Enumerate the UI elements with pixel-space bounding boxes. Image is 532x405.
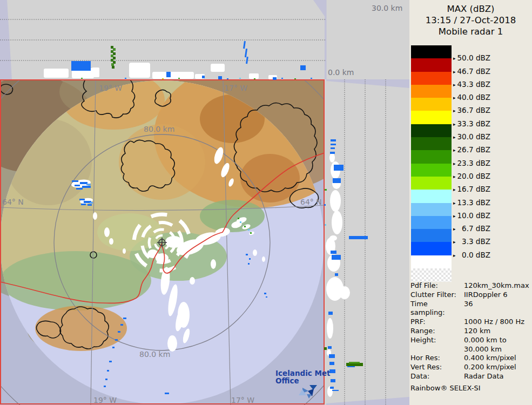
legend-swatch <box>411 58 452 71</box>
green-echo-column <box>111 46 116 69</box>
info-value: 120km_30km.max <box>464 281 529 291</box>
info-value: 36 <box>464 300 473 318</box>
right-height-panel[interactable] <box>324 79 409 405</box>
tick-arrow-icon: ▸ <box>453 239 457 245</box>
cone-edge-bottom <box>326 397 409 405</box>
legend-row: ▸30.0 dBZ <box>411 124 452 137</box>
legend-swatch <box>411 242 452 255</box>
legend-label: 36.7 dBZ <box>457 106 490 114</box>
legend-label: 46.7 dBZ <box>457 67 490 76</box>
legend-label: 50.0 dBZ <box>457 53 490 62</box>
tick-arrow-icon: ▸ <box>453 147 457 153</box>
info-row: Clutter Filter: IIRDoppler 6 <box>410 291 531 300</box>
info-label: Time sampling: <box>410 300 464 318</box>
info-label: PRF: <box>410 318 464 327</box>
legend-swatch <box>411 229 452 242</box>
tick-arrow-icon: ▸ <box>453 253 457 258</box>
legend-swatch <box>411 45 452 58</box>
legend-swatch <box>411 216 452 229</box>
legend-label: 20.0 dBZ <box>457 172 490 180</box>
legend-row: ▸ 6.7 dBZ <box>411 216 452 229</box>
tick-arrow-icon: ▸ <box>453 69 457 75</box>
info-label: Pdf File: <box>410 281 464 291</box>
info-label: Vert Res: <box>410 363 464 372</box>
info-label: Height: <box>410 336 464 354</box>
info-row: Range: 120 km <box>410 327 531 336</box>
cone-edge-top <box>326 79 409 88</box>
lat-label-64n-right: 64° N <box>300 198 322 206</box>
logo-text-line1: Icelandic Met <box>275 369 331 377</box>
legend-swatch <box>411 98 452 111</box>
height-axis-origin-label: 0.0 km <box>328 68 354 77</box>
legend-label: 40.0 dBZ <box>457 93 490 102</box>
main-map-panel[interactable] <box>0 26 378 405</box>
dbz-color-scale: ▸50.0 dBZ ▸46.7 dBZ ▸43.3 dBZ ▸40.0 dBZ … <box>411 45 452 282</box>
info-row: Pdf File: 120km_30km.max <box>410 281 531 291</box>
tick-arrow-icon: ▸ <box>453 213 457 219</box>
legend-row: ▸46.7 dBZ <box>411 58 452 71</box>
legend-label: 0.0 dBZ <box>457 251 490 259</box>
info-label: Data: <box>410 372 464 381</box>
legend-row: ▸16.7 dBZ <box>411 177 452 190</box>
top-height-panel[interactable] <box>0 0 327 80</box>
legend-label: 26.7 dBZ <box>457 145 490 154</box>
info-row: Hor Res: 0.400 km/pixel <box>410 354 531 363</box>
legend-label: 13.3 dBZ <box>457 198 490 207</box>
product-datetime: 13:15 / 27-Oct-2018 <box>409 15 532 26</box>
tick-arrow-icon: ▸ <box>453 82 457 87</box>
legend-swatch <box>411 72 452 85</box>
range-ring-label-top: 80.0 km <box>144 125 174 133</box>
info-value: 0.400 km/pixel <box>464 354 516 363</box>
legend-band-below-0dbz <box>411 255 452 268</box>
product-header: MAX (dBZ) 13:15 / 27-Oct-2018 Mobile rad… <box>409 3 532 37</box>
tick-arrow-icon: ▸ <box>453 56 457 61</box>
lon-label-17w-top: 17° W <box>224 84 247 92</box>
tick-arrow-icon: ▸ <box>453 187 457 192</box>
legend-row: ▸33.3 dBZ <box>411 111 452 124</box>
product-info-table: Pdf File: 120km_30km.max Clutter Filter:… <box>410 281 531 393</box>
tick-arrow-icon: ▸ <box>453 122 457 127</box>
legend-swatch <box>411 111 452 124</box>
legend-row: ▸26.7 dBZ <box>411 137 452 150</box>
legend-band-nodata <box>411 268 452 282</box>
info-value: 0.200 km/pixel <box>464 363 516 372</box>
legend-swatch <box>411 164 452 177</box>
radar-application-window: 30.0 km 0.0 km 19° W 17° W 19° W 17° W 6… <box>0 0 532 405</box>
legend-label: 30.0 dBZ <box>457 132 490 141</box>
legend-row: ▸10.0 dBZ <box>411 203 452 216</box>
tick-arrow-icon: ▸ <box>453 95 457 100</box>
cone-edge-left <box>0 0 12 79</box>
legend-row: ▸40.0 dBZ <box>411 85 452 98</box>
tick-arrow-icon: ▸ <box>453 108 457 113</box>
legend-label: 43.3 dBZ <box>457 80 490 89</box>
sidebar: MAX (dBZ) 13:15 / 27-Oct-2018 Mobile rad… <box>409 0 532 405</box>
lon-label-19w-top: 19° W <box>99 84 122 92</box>
legend-row: ▸20.0 dBZ <box>411 164 452 177</box>
legend-swatch <box>411 203 452 216</box>
legend-swatch <box>411 190 452 202</box>
tick-arrow-icon: ▸ <box>453 226 457 232</box>
legend-label: 23.3 dBZ <box>457 159 490 167</box>
height-gridlines <box>0 19 326 60</box>
product-title: MAX (dBZ) <box>409 3 532 15</box>
info-row: Data: Radar Data <box>410 372 531 381</box>
legend-swatch <box>411 150 452 163</box>
legend-row: ▸13.3 dBZ <box>411 190 452 202</box>
info-value: 120 km <box>464 327 490 336</box>
info-value: IIRDoppler 6 <box>464 291 508 300</box>
tick-arrow-icon: ▸ <box>453 161 457 166</box>
legend-row: ▸50.0 dBZ <box>411 45 452 58</box>
info-value: 1000 Hz / 800 Hz <box>464 318 524 327</box>
legend-label: 6.7 dBZ <box>457 224 490 233</box>
info-value: Radar Data <box>464 372 503 381</box>
info-label: Hor Res: <box>410 354 464 363</box>
lon-label-19w-bottom: 19° W <box>93 396 117 404</box>
height-gridlines-vert <box>345 79 386 405</box>
radar-display-canvas[interactable] <box>0 0 409 405</box>
side-panel-echoes <box>324 139 368 397</box>
height-axis-max-label: 30.0 km <box>372 4 402 12</box>
tick-arrow-icon: ▸ <box>453 174 457 179</box>
tick-arrow-icon: ▸ <box>453 134 457 140</box>
met-office-pinwheel-icon <box>298 382 319 399</box>
info-row: Time sampling: 36 <box>410 300 531 318</box>
